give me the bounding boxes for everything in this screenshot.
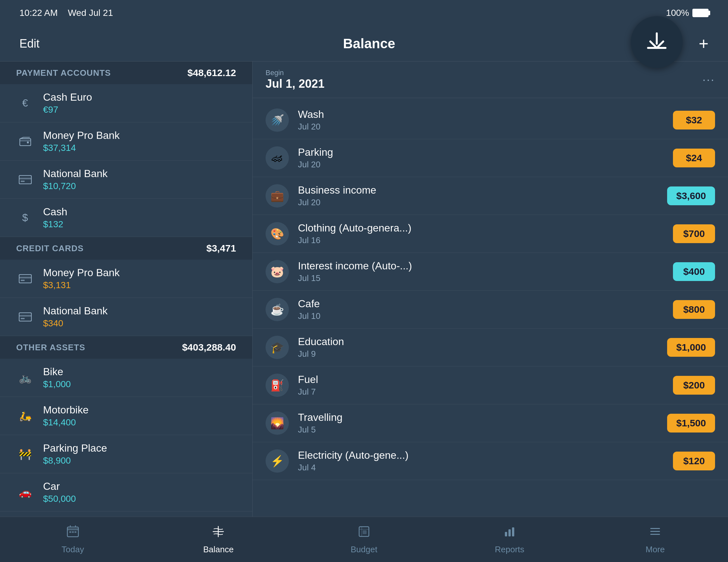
transaction-date-wash: Jul 20: [298, 122, 673, 132]
account-balance-motorbike: $14,400: [43, 417, 89, 428]
account-name-money-pro-bank-credit: Money Pro Bank: [43, 267, 120, 279]
edit-button[interactable]: Edit: [19, 37, 40, 51]
transaction-item-business-income[interactable]: 💼 Business income Jul 20 $3,600: [253, 177, 728, 215]
amount-badge-electricity: $120: [673, 452, 715, 470]
tab-today[interactable]: Today: [0, 517, 146, 562]
account-info-money-pro-bank-credit: Money Pro Bank $3,131: [43, 267, 120, 290]
svg-rect-29: [508, 529, 511, 536]
svg-rect-19: [69, 531, 71, 533]
section-header-payment-accounts: PAYMENT ACCOUNTS $48,612.12: [0, 62, 252, 84]
account-item-money-pro-bank-payment[interactable]: Money Pro Bank $37,314: [0, 122, 252, 161]
transaction-info-travelling: Travelling Jul 5: [298, 411, 667, 435]
account-info-parking-place: Parking Place $8,900: [43, 442, 107, 466]
tab-icon-more: [648, 525, 662, 541]
account-info-national-bank-credit: National Bank $340: [43, 305, 108, 328]
transaction-item-electricity[interactable]: ⚡ Electricity (Auto-gene...) Jul 4 $120: [253, 442, 728, 480]
account-icon-parking-place: 🚧: [16, 445, 34, 463]
date: Wed Jul 21: [68, 8, 113, 18]
transaction-item-cafe[interactable]: ☕ Cafe Jul 10 $800: [253, 291, 728, 328]
account-icon-motorbike: 🛵: [16, 407, 34, 425]
account-item-house[interactable]: 🏠 House $260,000: [0, 511, 252, 517]
amount-badge-business-income: $3,600: [667, 187, 715, 205]
transaction-item-clothing[interactable]: 🎨 Clothing (Auto-genera...) Jul 16 $700: [253, 215, 728, 253]
battery-percent: 100%: [666, 8, 689, 18]
svg-rect-8: [19, 275, 31, 283]
svg-rect-1: [656, 32, 658, 45]
account-item-money-pro-bank-credit[interactable]: Money Pro Bank $3,131: [0, 260, 252, 298]
amount-badge-interest-income: $400: [673, 262, 715, 281]
transaction-info-interest-income: Interest income (Auto-...) Jul 15: [298, 260, 673, 283]
tab-label-reports: Reports: [495, 545, 524, 555]
account-balance-money-pro-bank-payment: $37,314: [43, 143, 120, 153]
transaction-item-wash[interactable]: 🚿 Wash Jul 20 $32: [253, 101, 728, 139]
download-button[interactable]: [631, 16, 683, 68]
account-icon-national-bank-payment: [16, 171, 34, 189]
tab-reports[interactable]: Reports: [437, 517, 583, 562]
transaction-date-parking: Jul 20: [298, 160, 673, 170]
account-item-national-bank-payment[interactable]: National Bank $10,720: [0, 161, 252, 199]
svg-rect-33: [650, 534, 660, 535]
svg-rect-30: [512, 527, 514, 536]
transaction-name-fuel: Fuel: [298, 373, 673, 385]
main-content: PAYMENT ACCOUNTS $48,612.12 € Cash Euro …: [0, 62, 728, 517]
account-icon-bike: 🚲: [16, 369, 34, 386]
account-item-motorbike[interactable]: 🛵 Motorbike $14,400: [0, 397, 252, 435]
svg-rect-9: [19, 277, 31, 279]
account-name-bike: Bike: [43, 366, 71, 378]
account-balance-money-pro-bank-credit: $3,131: [43, 280, 120, 290]
transaction-date-business-income: Jul 20: [298, 198, 667, 208]
account-balance-parking-place: $8,900: [43, 455, 107, 466]
tab-bar: Today Balance Budget Reports More: [0, 517, 728, 562]
begin-label: Begin: [266, 69, 324, 77]
account-name-national-bank-credit: National Bank: [43, 305, 108, 317]
dots-menu-button[interactable]: ···: [702, 73, 715, 86]
account-item-cash-euro[interactable]: € Cash Euro €97: [0, 84, 252, 122]
account-item-cash[interactable]: $ Cash $132: [0, 199, 252, 237]
transaction-item-interest-income[interactable]: 🐷 Interest income (Auto-...) Jul 15 $400: [253, 253, 728, 291]
transaction-name-travelling: Travelling: [298, 411, 667, 423]
tab-balance[interactable]: Balance: [146, 517, 291, 562]
account-item-bike[interactable]: 🚲 Bike $1,000: [0, 359, 252, 397]
transaction-item-parking[interactable]: 🏎 Parking Jul 20 $24: [253, 139, 728, 177]
transaction-name-interest-income: Interest income (Auto-...): [298, 260, 673, 272]
download-icon: [644, 29, 670, 55]
svg-point-4: [27, 142, 29, 143]
transaction-icon-clothing: 🎨: [266, 222, 289, 246]
transaction-info-wash: Wash Jul 20: [298, 109, 673, 132]
svg-rect-5: [19, 176, 31, 184]
transaction-date-travelling: Jul 5: [298, 425, 667, 435]
battery-indicator: 100%: [666, 8, 709, 18]
tab-more[interactable]: More: [582, 517, 728, 562]
account-name-parking-place: Parking Place: [43, 442, 107, 454]
amount-badge-fuel: $200: [673, 376, 715, 395]
svg-rect-21: [74, 531, 76, 533]
date-value: Jul 1, 2021: [266, 77, 324, 91]
tab-icon-budget: [357, 525, 371, 541]
account-item-parking-place[interactable]: 🚧 Parking Place $8,900: [0, 435, 252, 473]
transaction-name-electricity: Electricity (Auto-gene...): [298, 449, 673, 461]
add-button[interactable]: +: [699, 34, 709, 53]
tab-budget[interactable]: Budget: [291, 517, 437, 562]
account-balance-car: $50,000: [43, 494, 76, 504]
transaction-list: 🚿 Wash Jul 20 $32 🏎 Parking Jul 20 $24 💼…: [253, 98, 728, 517]
transaction-icon-parking: 🏎: [266, 146, 289, 170]
account-item-car[interactable]: 🚗 Car $50,000: [0, 473, 252, 511]
transaction-icon-cafe: ☕: [266, 298, 289, 321]
account-name-money-pro-bank-payment: Money Pro Bank: [43, 130, 120, 142]
transaction-icon-interest-income: 🐷: [266, 260, 289, 283]
transaction-name-parking: Parking: [298, 146, 673, 158]
transaction-date-fuel: Jul 7: [298, 387, 673, 397]
account-name-cash-euro: Cash Euro: [43, 91, 92, 103]
transaction-item-travelling[interactable]: 🌄 Travelling Jul 5 $1,500: [253, 404, 728, 442]
tab-icon-reports: [503, 525, 517, 541]
transaction-icon-education: 🎓: [266, 336, 289, 359]
transaction-item-fuel[interactable]: ⛽ Fuel Jul 7 $200: [253, 366, 728, 404]
transaction-item-education[interactable]: 🎓 Education Jul 9 $1,000: [253, 328, 728, 366]
account-name-cash: Cash: [43, 206, 67, 218]
account-item-national-bank-credit[interactable]: National Bank $340: [0, 298, 252, 336]
svg-rect-13: [21, 318, 25, 319]
transaction-info-parking: Parking Jul 20: [298, 146, 673, 170]
status-bar: 10:22 AM Wed Jul 21 100%: [0, 0, 728, 26]
transactions-panel: Begin Jul 1, 2021 ··· 🚿 Wash Jul 20 $32 …: [253, 62, 728, 517]
amount-badge-clothing: $700: [673, 224, 715, 243]
